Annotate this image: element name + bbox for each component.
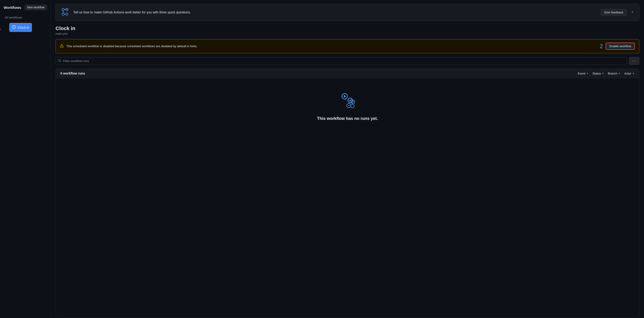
branch-filter-label: Branch xyxy=(608,72,618,75)
feedback-banner-text: Tell us how to make GitHub Actions work … xyxy=(73,11,597,14)
warning-text: This scheduled workflow is disabled beca… xyxy=(66,45,597,48)
page-title: Clock in xyxy=(56,26,639,32)
svg-point-0 xyxy=(62,8,64,11)
runs-count: 0 workflow runs xyxy=(60,72,85,75)
more-options-button[interactable]: ··· xyxy=(629,57,639,65)
all-workflows-link[interactable]: All workflows xyxy=(3,15,48,20)
event-filter-button[interactable]: Event ▼ xyxy=(578,72,589,75)
filter-row: ··· xyxy=(56,57,639,65)
filter-input-wrap xyxy=(56,57,627,65)
event-filter-label: Event xyxy=(578,72,586,75)
branch-filter-caret: ▼ xyxy=(618,72,621,75)
give-feedback-button[interactable]: Give feedback xyxy=(601,9,627,16)
feedback-banner: Tell us how to make GitHub Actions work … xyxy=(56,4,639,21)
sidebar-title: Workflows xyxy=(4,6,21,10)
svg-point-3 xyxy=(66,13,68,15)
actor-filter-caret: ▼ xyxy=(632,72,634,75)
sidebar-item-clock-in[interactable]: Clock in xyxy=(9,23,32,32)
status-filter-button[interactable]: Status ▼ xyxy=(592,72,604,75)
svg-point-14 xyxy=(351,104,354,108)
actor-filter-button[interactable]: Actor ▼ xyxy=(624,72,634,75)
event-filter-caret: ▼ xyxy=(586,72,589,75)
runs-table-header: 0 workflow runs Event ▼ Status ▼ Branch … xyxy=(56,69,639,78)
svg-point-2 xyxy=(62,13,64,15)
info-circle-icon xyxy=(12,25,16,30)
sidebar-item-label: Clock in xyxy=(18,26,29,29)
warning-banner: This scheduled workflow is disabled beca… xyxy=(56,39,639,53)
sidebar-header: Workflows New workflow xyxy=(3,5,48,12)
close-banner-button[interactable]: × xyxy=(630,10,634,14)
search-icon xyxy=(58,59,61,63)
svg-marker-9 xyxy=(344,95,346,97)
main-content: Tell us how to make GitHub Actions work … xyxy=(51,0,644,318)
sidebar: Workflows New workflow All workflows 1 C… xyxy=(0,0,51,318)
actions-icon xyxy=(60,8,70,17)
branch-filter-button[interactable]: Branch ▼ xyxy=(608,72,621,75)
enable-number: 2 xyxy=(600,43,603,50)
warning-icon xyxy=(60,44,64,49)
actor-filter-label: Actor xyxy=(624,72,631,75)
empty-state: This workflow has no runs yet. xyxy=(56,78,639,135)
enable-workflow-button[interactable]: Enable workflow xyxy=(606,43,635,50)
workflow-number: 1 xyxy=(0,24,2,31)
svg-marker-7 xyxy=(66,9,68,10)
page-content: Clock in main.yml This scheduled workflo… xyxy=(51,21,644,318)
empty-actions-icon xyxy=(338,92,357,111)
new-workflow-button[interactable]: New workflow xyxy=(25,5,47,10)
runs-table: 0 workflow runs Event ▼ Status ▼ Branch … xyxy=(56,69,639,318)
filter-workflow-input[interactable] xyxy=(56,57,627,65)
page-subtitle: main.yml xyxy=(56,32,639,36)
page-title-section: Clock in main.yml xyxy=(56,26,639,36)
runs-filters: Event ▼ Status ▼ Branch ▼ Actor ▼ xyxy=(578,72,634,75)
empty-state-label: This workflow has no runs yet. xyxy=(317,116,378,121)
svg-line-15 xyxy=(345,99,346,100)
status-filter-caret: ▼ xyxy=(602,72,604,75)
status-filter-label: Status xyxy=(592,72,601,75)
